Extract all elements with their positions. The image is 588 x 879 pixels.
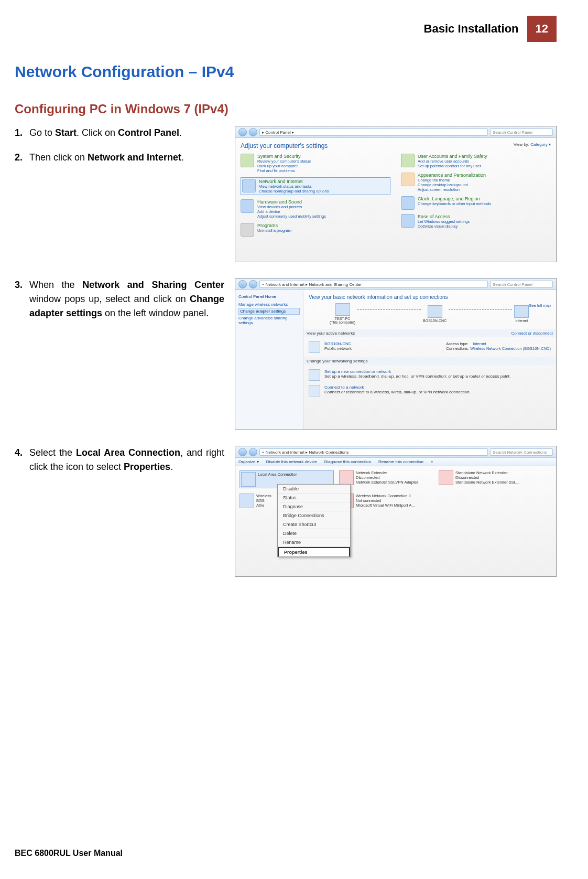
map-this-pc: TEST-PC(This computer): [330, 303, 355, 324]
page: Basic Installation 12 Network Configurat…: [0, 0, 588, 879]
t: . Click on: [77, 127, 118, 138]
ctx-bridge[interactable]: Bridge Connections: [278, 511, 350, 520]
step-text-1-2: 1. Go to Start. Click on Control Panel. …: [15, 126, 224, 175]
t: Go to: [29, 127, 55, 138]
window-titlebar: ▸ Control Panel ▸ Search Control Panel: [235, 126, 556, 138]
ctx-delete[interactable]: Delete: [278, 529, 350, 538]
bench-icon: [309, 341, 320, 353]
step-block-1-2: 1. Go to Start. Click on Control Panel. …: [15, 126, 557, 262]
see-full-map-link[interactable]: See full map: [529, 303, 551, 308]
back-icon[interactable]: [238, 128, 247, 136]
monitor-icon: [401, 173, 415, 186]
rename-button[interactable]: Rename this connection: [378, 459, 423, 464]
ctx-properties[interactable]: Properties: [278, 547, 350, 556]
setup-new-connection[interactable]: Set up a new connection or networkSet up…: [309, 367, 551, 383]
disable-device-button[interactable]: Disable this network device: [266, 459, 317, 464]
computer-icon: [335, 303, 350, 316]
t: Start: [55, 127, 77, 138]
header: Basic Installation 12: [15, 16, 557, 42]
network-extender[interactable]: Network ExtenderDisconnectedNetwork Exte…: [339, 470, 433, 488]
cp-item-hardware[interactable]: Hardware and SoundView devices and print…: [241, 199, 390, 219]
ctx-shortcut[interactable]: Create Shortcut: [278, 520, 350, 529]
page-number: 12: [527, 16, 557, 42]
cp-item-ease[interactable]: Ease of AccessLet Windows suggest settin…: [401, 214, 551, 229]
step-num: 1.: [15, 126, 29, 140]
ease-icon: [401, 214, 415, 228]
wifi-icon: [239, 494, 254, 508]
globe-icon: [514, 305, 529, 318]
connection-link[interactable]: Wireless Network Connection (BGS10N-CNC): [470, 346, 551, 351]
ctx-diagnose[interactable]: Diagnose: [278, 502, 350, 511]
t: Properties: [124, 462, 170, 472]
breadcrumb[interactable]: ▸ Control Panel ▸: [259, 128, 488, 136]
clock-icon: [401, 196, 415, 210]
breadcrumb[interactable]: « Network and Internet ▸ Network and Sha…: [259, 281, 488, 288]
nic-icon: [439, 470, 453, 485]
t: Then click on: [29, 152, 88, 163]
window-titlebar: « Network and Internet ▸ Network and Sha…: [235, 278, 556, 290]
forward-icon[interactable]: [249, 128, 257, 136]
cp-heading: Adjust your computer's settings View by:…: [241, 142, 551, 149]
cp-item-network-internet[interactable]: Network and InternetView network status …: [241, 177, 390, 195]
connect-icon: [309, 385, 320, 396]
step-4: 4. Select the Local Area Connection, and…: [15, 446, 224, 474]
connect-disconnect-link[interactable]: Connect or disconnect: [511, 331, 553, 336]
shield-icon: [241, 154, 254, 167]
ns-heading: View your basic network information and …: [309, 294, 551, 300]
ctx-disable[interactable]: Disable: [278, 485, 350, 494]
step-num: 4.: [15, 446, 29, 474]
main-title: Network Configuration – IPv4: [15, 63, 557, 81]
back-icon[interactable]: [238, 448, 247, 456]
footer: BEC 6800RUL User Manual: [15, 849, 123, 858]
search-input[interactable]: Search Control Panel: [490, 281, 553, 288]
step-block-4: 4. Select the Local Area Connection, and…: [15, 446, 557, 577]
view-by[interactable]: View by: Category ▾: [514, 142, 551, 147]
breadcrumb[interactable]: « Network and Internet ▸ Network Connect…: [259, 448, 488, 456]
context-menu: Disable Status Diagnose Bridge Connectio…: [277, 484, 351, 557]
forward-icon[interactable]: [249, 448, 257, 456]
forward-icon[interactable]: [249, 280, 257, 288]
cp-item-clock[interactable]: Clock, Language, and RegionChange keyboa…: [401, 196, 551, 210]
search-input[interactable]: Search Control Panel: [490, 128, 553, 136]
ctx-rename[interactable]: Rename: [278, 538, 350, 547]
screenshot-network-connections: « Network and Internet ▸ Network Connect…: [235, 446, 557, 577]
cp-item-accounts[interactable]: User Accounts and Family SafetyAdd or re…: [401, 154, 551, 168]
diagnose-button[interactable]: Diagnose this connection: [324, 459, 371, 464]
change-adapter-settings-link[interactable]: Change adapter settings: [238, 308, 300, 315]
globe-icon: [242, 179, 256, 192]
step-text-3: 3. When the Network and Sharing Center w…: [15, 278, 224, 331]
ctx-status[interactable]: Status: [278, 494, 350, 502]
cp-item-appearance[interactable]: Appearance and PersonalizationChange the…: [401, 173, 551, 192]
connect-to-network[interactable]: Connect to a networkConnect or reconnect…: [309, 383, 551, 399]
t: window pops up, select and click on: [29, 294, 190, 304]
people-icon: [401, 154, 415, 167]
t: Local Area Connection: [76, 447, 180, 458]
back-icon[interactable]: [238, 280, 247, 288]
t: Network and Sharing Center: [82, 280, 224, 290]
box-icon: [241, 223, 254, 237]
cp-item-system[interactable]: System and SecurityReview your computer'…: [241, 154, 390, 173]
advanced-sharing-link[interactable]: Change advanced sharing settings: [238, 316, 300, 325]
t: .: [170, 462, 173, 472]
toolbar: Organize ▾ Disable this network device D…: [235, 458, 556, 466]
cp-item-programs[interactable]: ProgramsUninstall a program: [241, 223, 390, 237]
active-networks-header: View your active networks Connect or dis…: [303, 329, 556, 337]
sub-title: Configuring PC in Windows 7 (IPv4): [15, 102, 557, 116]
network-map: TEST-PC(This computer) BGS10N-CNC Intern…: [330, 303, 529, 324]
organize-menu[interactable]: Organize ▾: [238, 459, 259, 464]
step-block-3: 3. When the Network and Sharing Center w…: [15, 278, 557, 430]
t: .: [181, 152, 184, 163]
t: Select the: [29, 447, 76, 458]
search-input[interactable]: Search Network Connections: [490, 448, 553, 456]
step-2: 2. Then click on Network and Internet.: [15, 151, 224, 165]
control-panel-home-link[interactable]: Control Panel Home: [238, 294, 300, 299]
t: Network and Internet: [88, 152, 181, 163]
wizard-icon: [309, 369, 320, 381]
manage-wireless-link[interactable]: Manage wireless networks: [238, 302, 300, 307]
router-icon: [428, 305, 442, 318]
wireless-connection-3[interactable]: Wireless Network Connection 3Not connect…: [339, 494, 433, 508]
t: .: [179, 127, 182, 138]
overflow-button[interactable]: »: [431, 459, 433, 464]
step-1: 1. Go to Start. Click on Control Panel.: [15, 126, 224, 140]
standalone-extender[interactable]: Standalone Network ExtenderDisconnectedS…: [439, 470, 533, 488]
